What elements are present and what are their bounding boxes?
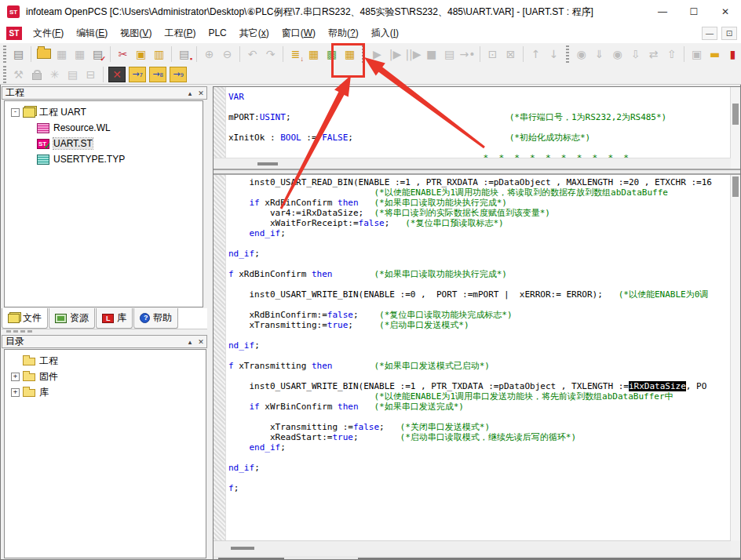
compile-stack-button[interactable]: ≣↓ xyxy=(287,45,305,63)
collapse-icon[interactable]: - xyxy=(11,108,20,117)
toolbar-separator xyxy=(110,46,111,62)
files-tab-icon xyxy=(8,314,20,323)
goto-step-7-button[interactable]: →₇ xyxy=(129,67,146,82)
menu-item[interactable]: 文件(F) xyxy=(27,24,70,43)
tree-item-label: Resource.WL xyxy=(53,122,111,133)
tab-label: 帮助 xyxy=(153,311,172,325)
toolbar-grip[interactable] xyxy=(3,45,6,63)
cut-button[interactable]: ✂ xyxy=(114,45,132,63)
tree-item-label: 工程 UART xyxy=(39,106,86,119)
doc-options-button: ▤ xyxy=(64,66,82,83)
paste-icon: ▥ xyxy=(154,49,164,60)
code-vscrollbar[interactable] xyxy=(730,175,740,540)
tab-library[interactable]: 库 xyxy=(96,308,133,329)
tree-item[interactable]: +库 xyxy=(5,384,206,400)
mdi-restore-button[interactable]: ⊡ xyxy=(721,27,737,40)
margin-strip xyxy=(214,175,226,540)
save-and-check-button[interactable]: ▤✓ xyxy=(89,45,107,63)
tree-item[interactable]: +固件 xyxy=(5,369,206,384)
tree-item-label: UART.ST xyxy=(53,138,93,149)
memory-card-button[interactable]: ▮ xyxy=(724,45,741,63)
copy-icon: ▣ xyxy=(136,49,146,60)
menu-item[interactable]: 其它(x) xyxy=(233,24,276,43)
tree-item[interactable]: USERTYPE.TYP xyxy=(5,151,203,167)
panel-splitter[interactable] xyxy=(6,330,33,333)
menu-item[interactable]: PLC xyxy=(202,24,232,43)
goto-step-9-button[interactable]: →₉ xyxy=(170,67,187,82)
menu-item[interactable]: 视图(V) xyxy=(114,24,158,43)
new-file-button[interactable]: ▤ xyxy=(9,45,27,63)
expand-icon[interactable]: + xyxy=(11,388,20,397)
chip-online-icon: ▣ xyxy=(692,49,702,60)
goto-step-8-icon: →₈ xyxy=(152,70,163,78)
hardware-config-button[interactable]: ▦ xyxy=(305,45,323,63)
tree-item[interactable]: -工程 UART xyxy=(5,104,203,120)
toolbar-separator xyxy=(523,46,524,62)
declaration-editor[interactable]: VAR mPORT:USINT; (*串行端口号，1为RS232,2为RS485… xyxy=(214,87,731,158)
cross-reference-button[interactable]: ✕ xyxy=(108,67,126,82)
goto-step-8-button[interactable]: →₈ xyxy=(149,67,166,82)
tree-item-label: 固件 xyxy=(39,370,58,384)
scrollbar-thumb[interactable] xyxy=(257,162,278,165)
collapse-icon[interactable]: ▴ xyxy=(184,88,195,98)
close-panel-icon[interactable]: ✕ xyxy=(195,336,206,347)
watch-window-button: ⊠ xyxy=(502,45,520,63)
code-hscrollbar[interactable] xyxy=(214,540,731,557)
main-toolbar: ▤▦▦▤✓✂▣▥▤▪⊕⊖↶↷≣↓▦▩▦▶|▶||▶■▤→•⊡⊠↑↓◉⇓◉⇩⇄⇧▣… xyxy=(0,43,741,65)
declaration-hscrollbar[interactable] xyxy=(214,158,731,169)
close-panel-icon[interactable]: ✕ xyxy=(195,88,206,98)
print-button[interactable]: ▤▪ xyxy=(175,45,193,63)
expand-icon[interactable]: + xyxy=(11,373,20,381)
menu-item[interactable]: 工程(P) xyxy=(158,24,202,43)
menu-item[interactable]: 编辑(E) xyxy=(70,24,114,43)
new-file-icon: ▤ xyxy=(13,49,24,60)
scrollbar-thumb[interactable] xyxy=(732,176,739,197)
minimize-button[interactable]: — xyxy=(647,0,678,24)
title-bar: ST infoteam OpenPCS [C:\Users\Administra… xyxy=(0,0,741,24)
maximize-button[interactable]: ☐ xyxy=(678,0,710,24)
open-file-button[interactable] xyxy=(35,45,53,63)
copy-button[interactable]: ▣ xyxy=(132,45,150,63)
code-editor[interactable]: inst0_USART_READ_BIN(ENABLE :=1 , PTR_RX… xyxy=(214,175,731,540)
zoom-out-button: ⊖ xyxy=(218,45,236,63)
program-view-icon: ▤ xyxy=(444,49,454,60)
doc-options-icon: ▤ xyxy=(68,69,78,80)
menu-item[interactable]: 插入(I) xyxy=(365,24,405,43)
collapse-icon[interactable]: ▴ xyxy=(184,336,195,347)
step-multi-button: ||▶ xyxy=(404,45,422,63)
project-tree: -工程 UARTResource.WLUART.STUSERTYPE.TYP xyxy=(4,100,203,307)
scrollbar-thumb[interactable] xyxy=(231,547,254,550)
st-document-icon: ST xyxy=(6,27,22,40)
chip-online-button: ▣ xyxy=(688,45,706,63)
debug-tool-button: ⚒ xyxy=(9,66,27,83)
declaration-vscrollbar[interactable] xyxy=(730,87,740,169)
st-file-icon xyxy=(37,139,49,149)
catalog-panel-title: 目录 xyxy=(2,335,184,348)
debug-tool-icon: ⚒ xyxy=(13,69,24,80)
move-down-button: ↓ xyxy=(545,45,563,63)
paste-button[interactable]: ▥ xyxy=(150,45,168,63)
tab-resources[interactable]: 资源 xyxy=(49,308,95,329)
toolbar-grip[interactable] xyxy=(566,45,569,63)
lock-icon xyxy=(32,73,42,80)
tree-item[interactable]: UART.ST xyxy=(5,136,203,151)
connect-device-button[interactable]: ▬ xyxy=(706,45,724,63)
cut-icon: ✂ xyxy=(119,49,128,60)
run-to-cursor-button: →• xyxy=(458,45,476,63)
tab-help[interactable]: 帮助 xyxy=(133,308,178,329)
project-icon xyxy=(23,107,35,118)
mdi-minimize-button[interactable]: — xyxy=(702,27,717,40)
toolbar-grip[interactable] xyxy=(3,66,6,83)
editor-splitter[interactable] xyxy=(214,169,740,175)
tree-item[interactable]: 工程 xyxy=(5,353,206,369)
toolbar-separator xyxy=(480,46,480,62)
chip-upload-icon: ⇧ xyxy=(667,49,677,60)
menu-item[interactable]: 窗口(W) xyxy=(276,24,322,43)
online-mode-button: ◉ xyxy=(572,45,590,63)
tree-item[interactable]: Resource.WL xyxy=(5,120,203,136)
scrollbar-thumb[interactable] xyxy=(732,104,739,125)
tab-files[interactable]: 文件 xyxy=(2,308,48,329)
close-button[interactable]: ✕ xyxy=(710,0,741,24)
menu-item[interactable]: 帮助(?) xyxy=(322,24,365,43)
project-panel-title: 工程 xyxy=(2,86,184,100)
